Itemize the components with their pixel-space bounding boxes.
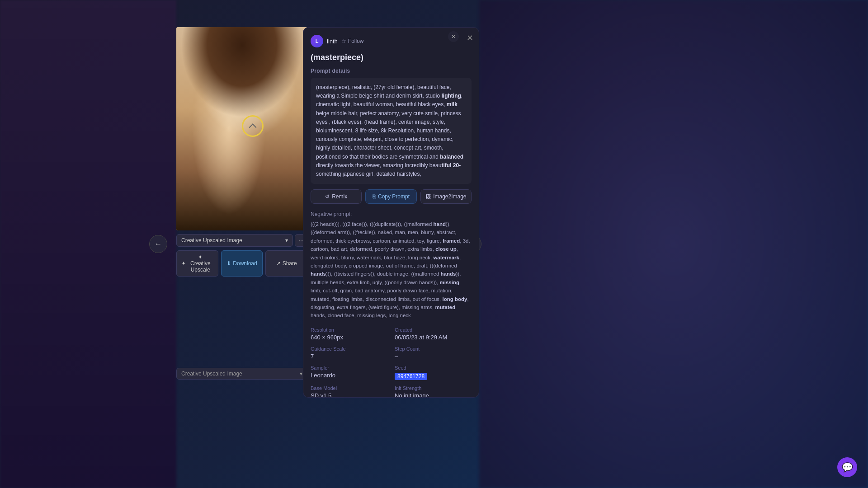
base-model-value: SD v1.5 <box>311 392 387 397</box>
main-image-area: Creative Upscaled Image ▾ ··· ✦ ✦ Creati… <box>176 27 307 343</box>
remix-button[interactable]: ↺ Remix <box>311 189 362 204</box>
sampler-key: Sampler <box>311 365 387 371</box>
copy-prompt-label: Copy Prompt <box>378 193 410 200</box>
metadata-grid: Resolution 640 × 960px Created 06/05/23 … <box>311 327 472 397</box>
guidance-key: Guidance Scale <box>311 346 387 352</box>
main-image <box>176 27 307 230</box>
user-info: L linth ☆ Follow <box>311 35 364 47</box>
follow-label: Follow <box>348 38 364 44</box>
detail-panel: ✕ L linth ☆ Follow ✕ (masterpiece) Promp… <box>303 27 479 398</box>
small-close-button[interactable]: ✕ <box>448 31 459 42</box>
image2image-label: Image2Image <box>433 193 466 200</box>
init-strength-value: No init image <box>395 392 472 397</box>
meta-created: Created 06/05/23 at 9:29 AM <box>395 327 472 341</box>
step-count-key: Step Count <box>395 346 472 352</box>
nav-arrow-left[interactable]: ← <box>149 235 167 253</box>
init-strength-key: Init Strength <box>395 385 472 391</box>
created-value: 06/05/23 at 9:29 AM <box>395 334 472 341</box>
background-right <box>479 0 868 488</box>
bottom-chevron-icon: ▾ <box>300 371 302 377</box>
image-title: (masterpiece) <box>303 51 479 68</box>
meta-guidance: Guidance Scale 7 <box>311 346 387 360</box>
panel-scroll-area[interactable]: Prompt details (masterpiece), realistic,… <box>303 68 479 397</box>
meta-step-count: Step Count – <box>395 346 472 360</box>
image-type-label: Creative Upscaled Image <box>181 237 242 244</box>
image2image-button[interactable]: 🖼 Image2Image <box>420 189 472 204</box>
remix-label: Remix <box>332 193 347 200</box>
chat-icon: 💬 <box>842 462 853 473</box>
meta-seed: Seed 894761728 <box>395 365 472 380</box>
prompt-text: (masterpiece), realistic, (27yr old fema… <box>316 83 466 178</box>
avatar: L <box>311 35 323 47</box>
panel-action-row: ↺ Remix ⎘ Copy Prompt 🖼 Image2Image <box>311 189 472 204</box>
meta-base-model: Base Model SD v1.5 <box>311 385 387 397</box>
bottom-image-label-row: Creative Upscaled Image ▾ <box>176 368 307 380</box>
creative-upscale-button[interactable]: ✦ ✦ Creative Upscale <box>176 250 218 277</box>
remix-icon: ↺ <box>325 193 330 200</box>
cursor-circle <box>242 115 264 137</box>
username-label: linth <box>327 38 338 45</box>
negative-prompt-text: (((2 heads))), (((2 face))), (((duplicat… <box>311 220 472 320</box>
creative-upscale-label: ✦ Creative Upscale <box>188 254 213 273</box>
meta-sampler: Sampler Leonardo <box>311 365 387 380</box>
image2image-icon: 🖼 <box>425 193 431 200</box>
cursor-arrow <box>249 123 257 131</box>
negative-prompt-label: Negative prompt: <box>311 211 472 217</box>
resolution-key: Resolution <box>311 327 387 333</box>
download-icon: ⬇ <box>226 260 231 267</box>
prompt-details-label: Prompt details <box>311 68 472 74</box>
step-count-value: – <box>395 353 472 360</box>
share-button[interactable]: ↗ Share <box>265 250 307 277</box>
share-label: Share <box>283 260 297 267</box>
created-key: Created <box>395 327 472 333</box>
close-panel-button[interactable]: ✕ <box>465 31 475 45</box>
image-type-select[interactable]: Creative Upscaled Image ▾ <box>176 234 293 247</box>
chat-bubble-button[interactable]: 💬 <box>837 457 857 477</box>
meta-init-strength: Init Strength No init image <box>395 385 472 397</box>
seed-key: Seed <box>395 365 472 371</box>
resolution-value: 640 × 960px <box>311 334 387 341</box>
follow-star-icon: ☆ <box>341 38 346 44</box>
action-buttons-row: ✦ ✦ Creative Upscale ⬇ Download ↗ Share <box>176 250 307 277</box>
guidance-value: 7 <box>311 353 387 360</box>
download-button[interactable]: ⬇ Download <box>221 250 263 277</box>
sampler-value: Leonardo <box>311 372 387 379</box>
seed-value: 894761728 <box>395 373 427 380</box>
copy-icon: ⎘ <box>373 193 376 200</box>
share-icon: ↗ <box>276 260 281 267</box>
meta-resolution: Resolution 640 × 960px <box>311 327 387 341</box>
bottom-select-label: Creative Upscaled Image <box>181 371 242 377</box>
bottom-image-select[interactable]: Creative Upscaled Image ▾ <box>176 368 307 380</box>
base-model-key: Base Model <box>311 385 387 391</box>
download-label: Download <box>233 260 257 267</box>
creative-upscale-icon: ✦ <box>181 260 186 267</box>
follow-button[interactable]: ☆ Follow <box>341 38 364 44</box>
image-toolbar: Creative Upscaled Image ▾ ··· <box>176 234 307 247</box>
small-close-icon: ✕ <box>451 33 456 40</box>
prompt-box: (masterpiece), realistic, (27yr old fema… <box>311 78 472 184</box>
select-chevron-icon: ▾ <box>285 237 288 244</box>
copy-prompt-button[interactable]: ⎘ Copy Prompt <box>365 189 416 204</box>
close-icon: ✕ <box>467 33 473 42</box>
